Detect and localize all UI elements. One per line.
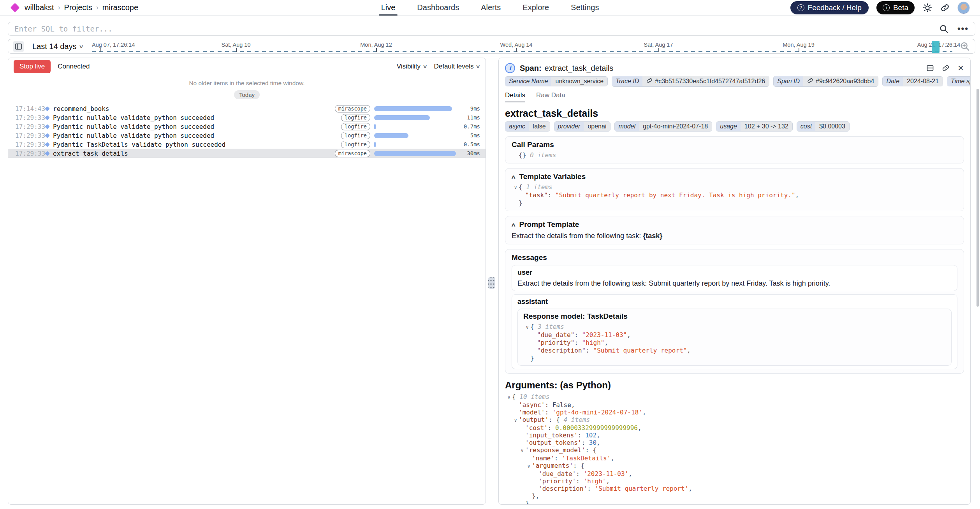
sql-filter-input[interactable] — [14, 25, 939, 33]
user-avatar[interactable] — [957, 2, 970, 14]
timeline-tick-label: Sat, Aug 10 — [222, 42, 251, 48]
code-token: 'model' — [519, 409, 545, 416]
copy-span-link-button[interactable] — [942, 64, 950, 72]
more-options-icon[interactable]: ••• — [957, 27, 969, 31]
span-details-panel: i Span: extract_task_details ✕ Servic — [498, 58, 971, 505]
code-token: '2023-11-03' — [584, 470, 629, 477]
code-token: : { — [573, 462, 584, 469]
badge-value: 2024-08-21 — [903, 77, 943, 86]
levels-dropdown[interactable]: Default levels — [434, 63, 480, 70]
breadcrumb-item[interactable]: Projects — [64, 3, 92, 12]
sql-filter-bar: ••• — [8, 22, 975, 36]
nav-tab-alerts[interactable]: Alerts — [481, 0, 501, 16]
code-token: 10 items — [519, 393, 549, 400]
timeline-tick — [236, 48, 237, 52]
badge-value: unknown_service — [551, 77, 607, 86]
log-message: Pydantic nullable validate_python succee… — [53, 114, 214, 121]
kv-badge-service-name: Service Nameunknown_service — [505, 76, 608, 86]
code-token: : — [545, 401, 552, 409]
code-token: 'output' — [519, 416, 549, 423]
nav-tab-live[interactable]: Live — [381, 0, 396, 16]
code-line: 'priority': 'high', — [505, 477, 964, 485]
code-line: "description": "Submit quarterly report"… — [523, 347, 946, 355]
log-row-meta: logfire0.7ms — [341, 123, 480, 130]
badge-label: Date — [883, 77, 903, 86]
duration-label: 9ms — [456, 105, 480, 112]
visibility-dropdown[interactable]: Visibility — [397, 63, 427, 70]
log-row[interactable]: 17:29:33Pydantic nullable validate_pytho… — [8, 122, 486, 131]
dock-panel-button[interactable] — [926, 64, 934, 72]
close-panel-icon[interactable]: ✕ — [957, 64, 964, 72]
nav-tab-settings[interactable]: Settings — [571, 0, 599, 16]
code-token: {} — [519, 151, 530, 159]
beta-button[interactable]: i Beta — [876, 1, 915, 14]
duration-bar-track — [374, 115, 456, 120]
collapse-icon[interactable] — [511, 174, 516, 180]
collapse-icon[interactable] — [511, 222, 516, 228]
code-token: "Submit quarterly report" — [593, 347, 687, 354]
log-row[interactable]: 17:29:33Pydantic TaskDetails validate_py… — [8, 140, 486, 149]
code-line: ∨'arguments': { — [505, 462, 964, 470]
collapse-toggle-icon[interactable]: ∨ — [526, 463, 532, 470]
arguments-heading: Arguments: (as Python) — [505, 380, 964, 391]
code-token: , — [606, 477, 610, 485]
link-icon — [646, 77, 653, 84]
span-name-heading: extract_task_details — [505, 108, 964, 119]
link-icon-wrap[interactable] — [646, 77, 653, 85]
span-diamond-icon — [45, 106, 50, 111]
collapse-toggle-icon[interactable]: ∨ — [506, 394, 512, 401]
assistant-message-card: assistant Response model: TaskDetails ∨{… — [512, 294, 957, 369]
tab-raw-data[interactable]: Raw Data — [536, 91, 565, 102]
theme-toggle-button[interactable] — [922, 3, 932, 13]
badge-label: async — [505, 122, 529, 131]
timeline-selection[interactable] — [932, 41, 940, 53]
badge-label: Service Name — [505, 77, 551, 86]
question-icon: ? — [797, 4, 804, 11]
code-token: 'Submit quarterly report' — [595, 485, 689, 492]
collapse-toggle-icon[interactable]: ∨ — [519, 447, 525, 455]
scope-badge: logfire — [341, 123, 370, 130]
collapse-toggle-icon[interactable]: ∨ — [524, 323, 530, 331]
feedback-help-button[interactable]: ? Feedback / Help — [790, 1, 869, 14]
breadcrumb-item[interactable]: mirascope — [102, 3, 138, 12]
info-icon: i — [883, 4, 890, 11]
duration-bar — [374, 133, 408, 138]
span-info-icon: i — [505, 63, 515, 73]
link-icon — [942, 64, 950, 72]
badge-value: #c3b5157330ea5c1fd4572747af512d26 — [642, 76, 769, 86]
code-line: }, — [505, 492, 964, 500]
link-icon-wrap[interactable] — [807, 77, 813, 85]
scrollbar-thumb[interactable] — [976, 89, 979, 307]
log-message: Pydantic nullable validate_python succee… — [53, 132, 214, 139]
code-token: 4 items — [564, 416, 590, 423]
span-meta-row: Service Nameunknown_serviceTrace ID#c3b5… — [505, 76, 964, 87]
stop-live-button[interactable]: Stop live — [14, 60, 51, 73]
log-row[interactable]: 17:29:33Pydantic nullable validate_pytho… — [8, 131, 486, 140]
collapse-toggle-icon[interactable]: ∨ — [512, 184, 519, 191]
zoom-in-button[interactable] — [959, 41, 970, 53]
share-link-button[interactable] — [940, 3, 950, 12]
panel-resize-handle[interactable] — [488, 277, 495, 289]
span-diamond-icon — [45, 124, 50, 129]
visibility-label: Visibility — [397, 63, 421, 70]
nav-tab-explore[interactable]: Explore — [523, 0, 549, 16]
beta-label: Beta — [893, 4, 908, 12]
badge-value: openai — [584, 122, 610, 131]
scope-badge: logfire — [341, 114, 370, 121]
search-icon[interactable] — [939, 24, 949, 34]
span-diamond-icon — [45, 142, 50, 147]
log-row[interactable]: 17:29:33Pydantic nullable validate_pytho… — [8, 113, 486, 122]
code-line: ∨'response_model': { — [505, 446, 964, 455]
duration-bar-track — [374, 151, 456, 156]
live-controls: Stop live Connected Visibility Default l… — [8, 58, 486, 75]
log-row[interactable]: 17:14:43recommend_booksmirascope9ms — [8, 104, 486, 113]
breadcrumb-separator: › — [96, 4, 99, 12]
collapse-toggle-icon[interactable]: ∨ — [512, 417, 519, 424]
messages-card: Messages user Extract the details from t… — [505, 249, 964, 374]
nav-tab-dashboards[interactable]: Dashboards — [417, 0, 459, 16]
breadcrumb-item[interactable]: willbakst — [25, 3, 54, 12]
log-row[interactable]: 17:29:33extract_task_detailsmirascope30m… — [8, 149, 486, 158]
log-row-meta: logfire11ms — [341, 114, 480, 121]
prompt-template-card: Prompt Template Extract the details from… — [505, 216, 964, 244]
tab-details[interactable]: Details — [505, 91, 525, 102]
